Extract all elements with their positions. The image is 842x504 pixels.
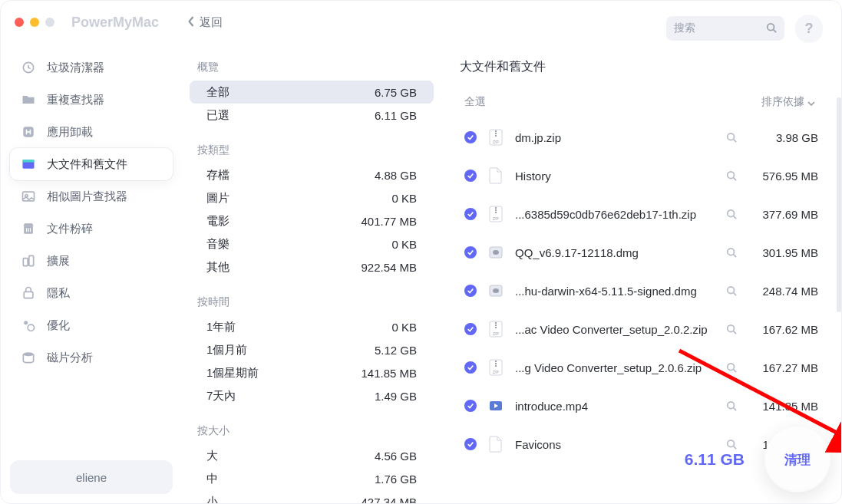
filter-row[interactable]: 圖片0 KB: [190, 186, 434, 209]
file-type-icon: [487, 396, 504, 416]
sidebar-icon-4: [21, 189, 36, 204]
file-name: ...hu-darwin-x64-5.11.5-signed.dmg: [515, 285, 715, 298]
sidebar-item-5[interactable]: 文件粉碎: [10, 212, 173, 245]
filter-value: 922.54 MB: [361, 261, 417, 274]
filter-value: 141.85 MB: [361, 367, 417, 380]
sidebar-item-0[interactable]: 垃圾清潔器: [10, 51, 173, 84]
filter-row[interactable]: 電影401.77 MB: [190, 209, 434, 232]
file-row[interactable]: ZIP ...g Video Converter_setup_2.0.6.zip…: [460, 348, 823, 387]
checkbox-icon[interactable]: [464, 170, 477, 182]
filter-row[interactable]: 其他922.54 MB: [190, 255, 434, 278]
reveal-icon[interactable]: [726, 324, 737, 334]
file-size: 576.95 MB: [748, 170, 818, 183]
help-button[interactable]: ?: [795, 15, 823, 42]
svg-text:ZIP: ZIP: [493, 216, 499, 221]
file-name: QQ_v6.9.17-12118.dmg: [515, 246, 715, 259]
file-row[interactable]: QQ_v6.9.17-12118.dmg 301.95 MB: [460, 233, 823, 272]
filter-label: 中: [206, 472, 218, 486]
user-chip[interactable]: eliene: [10, 460, 173, 494]
svg-point-38: [728, 325, 735, 332]
sidebar-item-2[interactable]: 應用卸載: [10, 116, 173, 148]
filter-row[interactable]: 1年前0 KB: [190, 315, 434, 338]
checkbox-icon[interactable]: [464, 246, 477, 259]
chevron-left-icon: [188, 16, 195, 29]
sidebar-item-3[interactable]: 大文件和舊文件: [10, 148, 173, 180]
reveal-icon[interactable]: [726, 132, 737, 143]
svg-rect-24: [495, 212, 497, 213]
close-icon[interactable]: [15, 18, 24, 27]
filter-row[interactable]: 已選6.11 GB: [190, 104, 434, 127]
filter-row[interactable]: 大4.56 GB: [190, 444, 434, 467]
sidebar-item-label: 隱私: [47, 286, 70, 301]
checkbox-icon[interactable]: [464, 400, 477, 412]
svg-rect-23: [495, 209, 497, 211]
reveal-icon[interactable]: [726, 285, 737, 296]
checkbox-icon[interactable]: [464, 208, 477, 220]
filter-label: 1個星期前: [206, 366, 259, 380]
file-type-icon: [487, 166, 504, 186]
svg-text:ZIP: ZIP: [493, 140, 499, 144]
filter-panel: 概覽全部6.75 GB已選6.11 GB按類型存檔4.88 GB圖片0 KB電影…: [182, 44, 441, 503]
sidebar-item-9[interactable]: 磁片分析: [10, 341, 173, 374]
svg-rect-34: [495, 322, 497, 324]
svg-rect-15: [495, 130, 497, 132]
sidebar-item-8[interactable]: 優化: [10, 309, 173, 341]
file-row[interactable]: ZIP dm.jp.zip 3.98 GB: [460, 118, 823, 156]
svg-point-44: [728, 364, 735, 371]
zoom-icon[interactable]: [45, 18, 54, 27]
scrollbar[interactable]: [837, 97, 841, 488]
sidebar-item-1[interactable]: 重複查找器: [10, 84, 173, 116]
file-row[interactable]: ...hu-darwin-x64-5.11.5-signed.dmg 248.7…: [460, 272, 823, 310]
sidebar-icon-8: [21, 318, 36, 333]
sidebar-item-4[interactable]: 相似圖片查找器: [10, 180, 173, 212]
sidebar-icon-5: [21, 221, 36, 236]
reveal-icon[interactable]: [726, 400, 737, 411]
file-row[interactable]: History 576.95 MB: [460, 156, 823, 195]
sidebar-item-label: 垃圾清潔器: [47, 61, 104, 75]
sort-button[interactable]: 排序依據: [761, 95, 815, 109]
file-row[interactable]: introduce.mp4 141.85 MB: [460, 387, 823, 425]
checkbox-icon[interactable]: [464, 361, 477, 374]
app-title: PowerMyMac: [71, 15, 159, 31]
sidebar-icon-2: [21, 124, 36, 140]
svg-point-46: [728, 402, 735, 409]
minimize-icon[interactable]: [30, 18, 39, 27]
reveal-icon[interactable]: [726, 209, 737, 219]
filter-label: 電影: [206, 214, 229, 229]
file-row[interactable]: ZIP ...6385d59c0db76e62deb17-1th.zip 377…: [460, 195, 823, 233]
svg-point-12: [28, 324, 34, 331]
scrollbar-thumb[interactable]: [837, 97, 841, 312]
checkbox-icon[interactable]: [464, 438, 477, 450]
filter-row[interactable]: 小427.34 MB: [190, 490, 434, 503]
filter-row[interactable]: 7天內1.49 GB: [190, 384, 434, 407]
filter-value: 1.49 GB: [375, 390, 417, 403]
filter-row[interactable]: 1個月前5.12 GB: [190, 338, 434, 361]
filter-row[interactable]: 音樂0 KB: [190, 232, 434, 255]
reveal-icon[interactable]: [726, 362, 737, 373]
titlebar: PowerMyMac 返回 搜索 ?: [1, 1, 841, 44]
window-controls[interactable]: [15, 18, 54, 27]
back-button[interactable]: 返回: [188, 15, 223, 30]
sidebar-item-7[interactable]: 隱私: [10, 277, 173, 309]
file-row[interactable]: ZIP ...ac Video Converter_setup_2.0.2.zi…: [460, 310, 823, 348]
checkbox-icon[interactable]: [464, 285, 477, 297]
filter-value: 0 KB: [391, 238, 417, 251]
checkbox-icon[interactable]: [464, 131, 477, 143]
file-name: dm.jp.zip: [515, 131, 715, 144]
clean-button[interactable]: 清理: [764, 427, 830, 492]
sidebar-item-label: 重複查找器: [47, 93, 104, 107]
sidebar-item-6[interactable]: 擴展: [10, 245, 173, 277]
svg-rect-40: [495, 361, 497, 362]
select-all-label[interactable]: 全選: [464, 95, 486, 109]
filter-row[interactable]: 1個星期前141.85 MB: [190, 361, 434, 384]
search-input[interactable]: 搜索: [666, 16, 784, 41]
checkbox-icon[interactable]: [464, 323, 477, 335]
filter-row[interactable]: 中1.76 GB: [190, 467, 434, 490]
filter-row[interactable]: 全部6.75 GB: [190, 81, 434, 104]
chevron-down-icon: [807, 96, 815, 108]
filter-row[interactable]: 存檔4.88 GB: [190, 163, 434, 186]
reveal-icon[interactable]: [726, 170, 737, 181]
main-panel: 大文件和舊文件 全選 排序依據 ZIP dm.jp.zip 3.98 GB Hi…: [441, 44, 841, 503]
reveal-icon[interactable]: [726, 247, 737, 258]
filter-label: 1年前: [206, 320, 236, 334]
